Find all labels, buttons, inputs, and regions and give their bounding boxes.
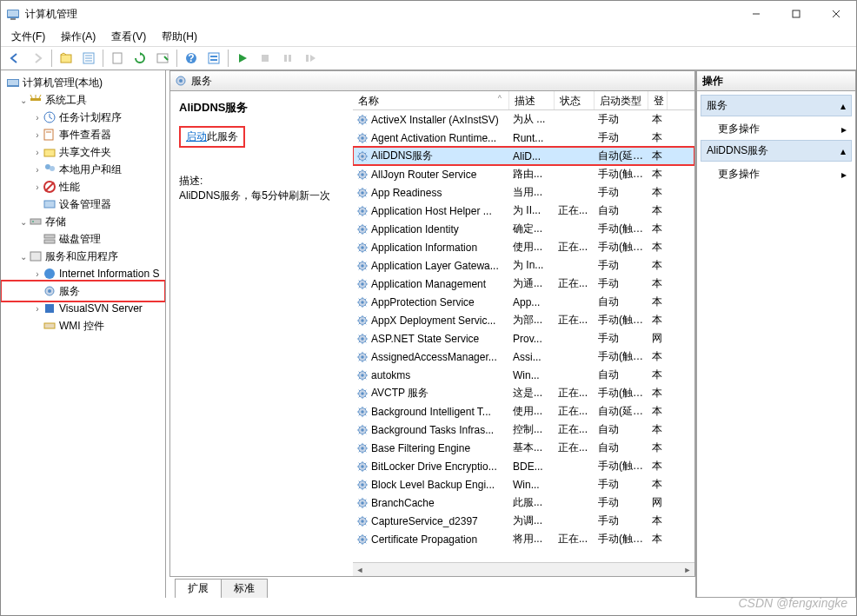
service-row[interactable]: AppProtection ServiceApp...自动本 bbox=[353, 293, 694, 311]
svg-point-36 bbox=[32, 221, 34, 222]
service-row[interactable]: AssignedAccessManager...Assi...手动(触发...本 bbox=[353, 348, 694, 366]
svg-point-54 bbox=[361, 173, 364, 176]
service-row[interactable]: Agent Activation Runtime...Runt...手动本 bbox=[353, 129, 694, 147]
minimize-button[interactable] bbox=[736, 1, 776, 27]
svg-point-68 bbox=[361, 301, 364, 304]
service-row[interactable]: AVCTP 服务这是...正在...手动(触发...本 bbox=[353, 384, 694, 402]
help-button[interactable]: ? bbox=[181, 48, 202, 69]
svg-rect-27 bbox=[44, 129, 53, 140]
export-list-button[interactable] bbox=[152, 48, 173, 69]
service-row[interactable]: Background Intelligent T...使用...正在...自动(… bbox=[353, 402, 694, 421]
svg-rect-7 bbox=[61, 55, 71, 63]
service-row[interactable]: AliDDNS服务AliD...自动(延迟...本 bbox=[353, 147, 694, 165]
service-row[interactable]: Base Filtering Engine基本...正在...自动本 bbox=[353, 439, 694, 457]
start-service-button[interactable] bbox=[232, 48, 253, 69]
menubar: 文件(F) 操作(A) 查看(V) 帮助(H) bbox=[1, 27, 856, 46]
svg-point-64 bbox=[361, 264, 364, 268]
col-desc[interactable]: 描述 bbox=[509, 91, 555, 109]
list-rows[interactable]: ActiveX Installer (AxInstSV)为从 ...手动本Age… bbox=[353, 110, 694, 562]
service-row[interactable]: ActiveX Installer (AxInstSV)为从 ...手动本 bbox=[353, 110, 694, 129]
svg-point-58 bbox=[361, 209, 364, 213]
service-row[interactable]: Application Management为通...正在...手动本 bbox=[353, 275, 694, 293]
service-row[interactable]: Application Layer Gatewa...为 In...手动本 bbox=[353, 256, 694, 275]
svg-point-60 bbox=[361, 228, 364, 231]
service-row[interactable]: AllJoyn Router Service路由...手动(触发...本 bbox=[353, 165, 694, 183]
service-row[interactable]: autokmsWin...自动本 bbox=[353, 366, 694, 384]
svg-point-74 bbox=[361, 355, 364, 359]
up-button[interactable] bbox=[56, 48, 76, 69]
svg-rect-24 bbox=[8, 80, 18, 85]
col-status[interactable]: 状态 bbox=[555, 91, 595, 109]
col-name[interactable]: 名称 bbox=[353, 91, 509, 109]
start-service-link[interactable]: 启动 bbox=[186, 130, 207, 142]
actions-more-1[interactable]: 更多操作▸ bbox=[701, 118, 852, 140]
properties-button[interactable] bbox=[78, 48, 99, 69]
forward-button[interactable] bbox=[27, 48, 48, 69]
tree-servicesapps[interactable]: ⌄服务和应用程序 bbox=[3, 248, 163, 265]
menu-help[interactable]: 帮助(H) bbox=[155, 28, 204, 46]
tree-diskmgmt[interactable]: 磁盘管理 bbox=[3, 230, 163, 248]
menu-view[interactable]: 查看(V) bbox=[104, 28, 153, 46]
back-button[interactable] bbox=[4, 48, 25, 69]
close-button[interactable] bbox=[816, 1, 856, 27]
tree-sharedfolders[interactable]: ›共享文件夹 bbox=[3, 143, 163, 161]
service-row[interactable]: ASP.NET State ServiceProv...手动网 bbox=[353, 329, 694, 348]
col-login[interactable]: 登 bbox=[648, 91, 668, 109]
tree-root[interactable]: 计算机管理(本地) bbox=[3, 74, 163, 91]
actions-group-services[interactable]: 服务▴ bbox=[701, 95, 852, 116]
service-row[interactable]: Block Level Backup Engi...Win...手动本 bbox=[353, 475, 694, 493]
services-button[interactable] bbox=[203, 48, 224, 69]
tree-storage[interactable]: ⌄存储 bbox=[3, 213, 163, 230]
service-row[interactable]: Application Identity确定...手动(触发...本 bbox=[353, 220, 694, 238]
tree-systools[interactable]: ⌄系统工具 bbox=[3, 91, 163, 109]
svg-point-78 bbox=[361, 392, 364, 395]
restart-service-button[interactable] bbox=[300, 48, 321, 69]
tree-devmgr[interactable]: 设备管理器 bbox=[3, 195, 163, 213]
service-row[interactable]: Background Tasks Infras...控制...正在...自动本 bbox=[353, 421, 694, 439]
service-detail: AliDDNS服务 启动此服务 描述: AliDDNS服务，每5分钟刷新一次 bbox=[170, 91, 353, 576]
app-icon bbox=[6, 7, 20, 21]
pause-service-button[interactable] bbox=[277, 48, 298, 69]
tree-performance[interactable]: ›性能 bbox=[3, 178, 163, 195]
svg-rect-25 bbox=[30, 98, 41, 101]
svg-rect-16 bbox=[209, 53, 219, 63]
service-row[interactable]: App Readiness当用...手动本 bbox=[353, 183, 694, 202]
maximize-button[interactable] bbox=[776, 1, 816, 27]
svg-point-82 bbox=[361, 428, 364, 432]
service-row[interactable]: Certificate Propagation将用...正在...手动(触发..… bbox=[353, 530, 694, 548]
actions-more-2[interactable]: 更多操作▸ bbox=[701, 163, 852, 185]
col-start[interactable]: 启动类型 bbox=[595, 91, 648, 109]
menu-action[interactable]: 操作(A) bbox=[54, 28, 103, 46]
service-row[interactable]: BranchCache此服...手动网 bbox=[353, 493, 694, 512]
service-row[interactable]: Application Information使用...正在...手动(触发..… bbox=[353, 238, 694, 256]
service-row[interactable]: AppX Deployment Servic...为部...正在...手动(触发… bbox=[353, 311, 694, 329]
service-row[interactable]: BitLocker Drive Encryptio...BDE...手动(触发.… bbox=[353, 457, 694, 475]
tree-eventviewer[interactable]: ›事件查看器 bbox=[3, 126, 163, 143]
svg-point-42 bbox=[48, 289, 51, 293]
menu-file[interactable]: 文件(F) bbox=[4, 28, 52, 46]
tree-localusers[interactable]: ›本地用户和组 bbox=[3, 161, 163, 178]
export-button[interactable] bbox=[107, 48, 128, 69]
refresh-button[interactable] bbox=[130, 48, 150, 69]
tree-taskscheduler[interactable]: ›任务计划程序 bbox=[3, 109, 163, 126]
svg-point-92 bbox=[361, 520, 364, 523]
svg-rect-17 bbox=[210, 56, 217, 57]
horizontal-scrollbar[interactable]: ◄► bbox=[353, 562, 694, 576]
svg-point-62 bbox=[361, 246, 364, 249]
svg-text:?: ? bbox=[188, 52, 194, 64]
tree-wmi[interactable]: WMI 控件 bbox=[3, 317, 163, 334]
tab-extended[interactable]: 扩展 bbox=[175, 579, 222, 598]
stop-service-button[interactable] bbox=[255, 48, 276, 69]
actions-header: 操作 bbox=[696, 70, 856, 91]
svg-point-66 bbox=[361, 282, 364, 286]
svg-point-56 bbox=[361, 191, 364, 195]
tab-standard[interactable]: 标准 bbox=[221, 579, 268, 598]
actions-group-selected[interactable]: AliDDNS服务▴ bbox=[701, 140, 852, 162]
nav-tree[interactable]: 计算机管理(本地) ⌄系统工具 ›任务计划程序 ›事件查看器 ›共享文件夹 ›本… bbox=[1, 70, 166, 598]
tree-services[interactable]: 服务 bbox=[3, 282, 163, 300]
service-row[interactable]: Application Host Helper ...为 II...正在...自… bbox=[353, 202, 694, 220]
tree-iis[interactable]: ›Internet Information S bbox=[3, 265, 163, 282]
tree-visualsvn[interactable]: ›VisualSVN Server bbox=[3, 300, 163, 317]
svg-rect-38 bbox=[44, 240, 55, 243]
service-row[interactable]: CaptureService_d2397为调...手动本 bbox=[353, 512, 694, 530]
